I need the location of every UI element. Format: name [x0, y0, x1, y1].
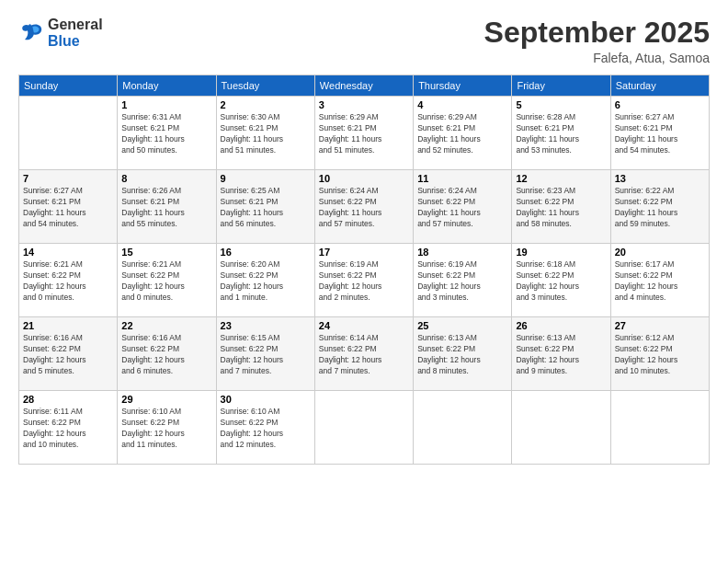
day-number: 14	[23, 247, 113, 258]
day-number: 17	[319, 247, 409, 258]
calendar-cell: 6Sunrise: 6:27 AM Sunset: 6:21 PM Daylig…	[610, 97, 709, 170]
week-row-4: 21Sunrise: 6:16 AM Sunset: 6:22 PM Dayli…	[19, 317, 710, 391]
calendar-cell: 9Sunrise: 6:25 AM Sunset: 6:21 PM Daylig…	[216, 170, 314, 244]
day-number: 20	[615, 247, 705, 258]
logo-general: General	[48, 17, 103, 33]
day-info: Sunrise: 6:19 AM Sunset: 6:22 PM Dayligh…	[417, 259, 507, 304]
day-info: Sunrise: 6:23 AM Sunset: 6:22 PM Dayligh…	[516, 186, 606, 230]
day-number: 7	[23, 173, 113, 184]
calendar-cell: 4Sunrise: 6:29 AM Sunset: 6:21 PM Daylig…	[414, 97, 512, 170]
day-info: Sunrise: 6:27 AM Sunset: 6:21 PM Dayligh…	[23, 186, 113, 230]
calendar-cell: 12Sunrise: 6:23 AM Sunset: 6:22 PM Dayli…	[512, 170, 610, 244]
col-friday: Friday	[512, 75, 610, 97]
day-info: Sunrise: 6:16 AM Sunset: 6:22 PM Dayligh…	[23, 333, 113, 377]
calendar-cell: 14Sunrise: 6:21 AM Sunset: 6:22 PM Dayli…	[19, 244, 118, 317]
day-number: 3	[319, 99, 409, 110]
day-info: Sunrise: 6:10 AM Sunset: 6:22 PM Dayligh…	[221, 407, 311, 451]
calendar-cell: 11Sunrise: 6:24 AM Sunset: 6:22 PM Dayli…	[414, 170, 512, 244]
day-number: 10	[319, 173, 409, 184]
calendar-cell: 10Sunrise: 6:24 AM Sunset: 6:22 PM Dayli…	[314, 170, 413, 244]
day-info: Sunrise: 6:31 AM Sunset: 6:21 PM Dayligh…	[121, 112, 211, 156]
logo-blue: Blue	[48, 33, 103, 50]
calendar-cell	[512, 391, 610, 465]
calendar-cell: 5Sunrise: 6:28 AM Sunset: 6:21 PM Daylig…	[512, 97, 610, 170]
day-number: 19	[516, 247, 606, 258]
day-number: 4	[417, 99, 507, 110]
day-number: 2	[221, 99, 311, 110]
week-row-1: 1Sunrise: 6:31 AM Sunset: 6:21 PM Daylig…	[19, 97, 710, 170]
day-number: 13	[615, 173, 705, 184]
day-number: 9	[221, 173, 311, 184]
calendar-cell: 24Sunrise: 6:14 AM Sunset: 6:22 PM Dayli…	[314, 317, 413, 391]
day-info: Sunrise: 6:10 AM Sunset: 6:22 PM Dayligh…	[121, 407, 211, 451]
header: General Blue September 2025 Falefa, Atua…	[18, 17, 710, 65]
col-monday: Monday	[118, 75, 216, 97]
day-number: 23	[221, 320, 311, 331]
day-number: 8	[121, 173, 211, 184]
calendar-cell	[610, 391, 709, 465]
day-info: Sunrise: 6:12 AM Sunset: 6:22 PM Dayligh…	[615, 333, 705, 377]
calendar-cell: 26Sunrise: 6:13 AM Sunset: 6:22 PM Dayli…	[512, 317, 610, 391]
calendar-cell: 20Sunrise: 6:17 AM Sunset: 6:22 PM Dayli…	[610, 244, 709, 317]
day-number: 22	[121, 320, 211, 331]
day-info: Sunrise: 6:20 AM Sunset: 6:22 PM Dayligh…	[221, 259, 311, 304]
calendar-cell: 25Sunrise: 6:13 AM Sunset: 6:22 PM Dayli…	[414, 317, 512, 391]
col-thursday: Thursday	[414, 75, 512, 97]
day-info: Sunrise: 6:17 AM Sunset: 6:22 PM Dayligh…	[615, 259, 705, 304]
calendar-cell	[314, 391, 413, 465]
calendar-cell: 21Sunrise: 6:16 AM Sunset: 6:22 PM Dayli…	[19, 317, 118, 391]
day-info: Sunrise: 6:13 AM Sunset: 6:22 PM Dayligh…	[417, 333, 507, 377]
day-number: 15	[121, 247, 211, 258]
calendar-cell	[19, 97, 118, 170]
day-number: 21	[23, 320, 113, 331]
day-number: 6	[615, 99, 705, 110]
calendar-cell: 1Sunrise: 6:31 AM Sunset: 6:21 PM Daylig…	[118, 97, 216, 170]
calendar-page: General Blue September 2025 Falefa, Atua…	[0, 0, 728, 563]
calendar-cell: 8Sunrise: 6:26 AM Sunset: 6:21 PM Daylig…	[118, 170, 216, 244]
logo-bird-icon	[18, 20, 44, 46]
calendar-cell: 22Sunrise: 6:16 AM Sunset: 6:22 PM Dayli…	[118, 317, 216, 391]
day-number: 27	[615, 320, 705, 331]
day-info: Sunrise: 6:24 AM Sunset: 6:22 PM Dayligh…	[319, 186, 409, 230]
col-sunday: Sunday	[19, 75, 118, 97]
day-number: 11	[417, 173, 507, 184]
day-info: Sunrise: 6:26 AM Sunset: 6:21 PM Dayligh…	[121, 186, 211, 230]
logo: General Blue	[18, 17, 103, 49]
day-number: 18	[417, 247, 507, 258]
day-number: 24	[319, 320, 409, 331]
day-number: 25	[417, 320, 507, 331]
day-info: Sunrise: 6:27 AM Sunset: 6:21 PM Dayligh…	[615, 112, 705, 156]
day-info: Sunrise: 6:13 AM Sunset: 6:22 PM Dayligh…	[516, 333, 606, 377]
day-info: Sunrise: 6:28 AM Sunset: 6:21 PM Dayligh…	[516, 112, 606, 156]
day-number: 28	[23, 394, 113, 405]
day-info: Sunrise: 6:22 AM Sunset: 6:22 PM Dayligh…	[615, 186, 705, 230]
col-tuesday: Tuesday	[216, 75, 314, 97]
day-number: 26	[516, 320, 606, 331]
day-info: Sunrise: 6:29 AM Sunset: 6:21 PM Dayligh…	[319, 112, 409, 156]
calendar-cell: 29Sunrise: 6:10 AM Sunset: 6:22 PM Dayli…	[118, 391, 216, 465]
week-row-2: 7Sunrise: 6:27 AM Sunset: 6:21 PM Daylig…	[19, 170, 710, 244]
calendar-cell: 30Sunrise: 6:10 AM Sunset: 6:22 PM Dayli…	[216, 391, 314, 465]
calendar-cell: 3Sunrise: 6:29 AM Sunset: 6:21 PM Daylig…	[314, 97, 413, 170]
calendar-cell: 23Sunrise: 6:15 AM Sunset: 6:22 PM Dayli…	[216, 317, 314, 391]
day-info: Sunrise: 6:21 AM Sunset: 6:22 PM Dayligh…	[121, 259, 211, 304]
col-saturday: Saturday	[610, 75, 709, 97]
calendar-cell: 19Sunrise: 6:18 AM Sunset: 6:22 PM Dayli…	[512, 244, 610, 317]
day-info: Sunrise: 6:14 AM Sunset: 6:22 PM Dayligh…	[319, 333, 409, 377]
day-info: Sunrise: 6:11 AM Sunset: 6:22 PM Dayligh…	[23, 407, 113, 451]
day-info: Sunrise: 6:16 AM Sunset: 6:22 PM Dayligh…	[121, 333, 211, 377]
day-info: Sunrise: 6:30 AM Sunset: 6:21 PM Dayligh…	[221, 112, 311, 156]
day-number: 16	[221, 247, 311, 258]
day-number: 29	[121, 394, 211, 405]
day-info: Sunrise: 6:24 AM Sunset: 6:22 PM Dayligh…	[417, 186, 507, 230]
calendar-cell: 16Sunrise: 6:20 AM Sunset: 6:22 PM Dayli…	[216, 244, 314, 317]
calendar-cell	[414, 391, 512, 465]
calendar-cell: 13Sunrise: 6:22 AM Sunset: 6:22 PM Dayli…	[610, 170, 709, 244]
day-info: Sunrise: 6:18 AM Sunset: 6:22 PM Dayligh…	[516, 259, 606, 304]
calendar-cell: 2Sunrise: 6:30 AM Sunset: 6:21 PM Daylig…	[216, 97, 314, 170]
logo-text: General Blue	[48, 17, 103, 49]
calendar-cell: 7Sunrise: 6:27 AM Sunset: 6:21 PM Daylig…	[19, 170, 118, 244]
calendar-table: Sunday Monday Tuesday Wednesday Thursday…	[18, 75, 710, 465]
week-row-5: 28Sunrise: 6:11 AM Sunset: 6:22 PM Dayli…	[19, 391, 710, 465]
day-number: 30	[221, 394, 311, 405]
